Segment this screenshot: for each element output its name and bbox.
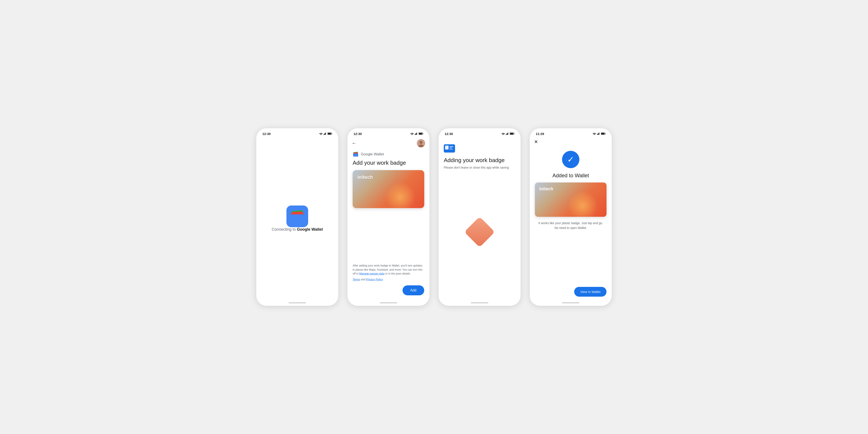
wifi-icon — [319, 132, 323, 135]
svg-rect-1 — [324, 133, 324, 135]
svg-rect-2 — [325, 133, 325, 135]
svg-rect-28 — [514, 133, 514, 134]
battery-icon — [328, 132, 332, 135]
screen4-description: It works like your plastic badge. Just t… — [535, 221, 607, 230]
wallet-icon-svg — [289, 210, 305, 223]
check-icon: ✓ — [567, 155, 574, 164]
home-indicator-1 — [256, 300, 338, 306]
connecting-text: Connecting to Google Wallet — [272, 227, 323, 232]
time-4: 11:29 — [536, 132, 544, 135]
svg-rect-36 — [598, 133, 598, 135]
screen3-content: Adding your work badge Please don't leav… — [439, 137, 521, 300]
wallet-logo-icon — [352, 151, 359, 157]
footer-and: and — [360, 278, 366, 281]
phone-screen-1: 12:30 — [256, 128, 339, 306]
brand-row: Google Wallet — [352, 151, 424, 157]
screen2-topbar: ← — [347, 137, 429, 149]
status-icons-2 — [410, 132, 423, 135]
battery-icon-4 — [601, 132, 606, 135]
screen4-content: ✓ Added to Wallet Initech It works like … — [530, 147, 612, 300]
screen1-center: Connecting to Google Wallet — [256, 137, 338, 300]
wallet-app-icon — [286, 206, 308, 227]
svg-rect-37 — [598, 133, 599, 135]
loading-diamond — [464, 217, 495, 247]
svg-rect-9 — [291, 214, 304, 222]
phone-screen-3: 12:30 Adding your work badge Please don'… — [438, 128, 521, 306]
screen2-footer: After adding your work badge to Wallet, … — [352, 264, 424, 298]
svg-rect-34 — [450, 149, 453, 150]
signal-icon-2 — [415, 132, 418, 135]
svg-rect-38 — [599, 132, 599, 135]
signal-icon-3 — [506, 132, 509, 135]
svg-rect-31 — [445, 146, 448, 150]
signal-icon-4 — [597, 132, 600, 135]
home-indicator-3 — [439, 300, 521, 306]
add-button[interactable]: Add — [403, 285, 424, 295]
loading-diamond-container — [444, 169, 516, 294]
screen2-body: Google Wallet Add your work badge Initec… — [347, 149, 429, 300]
badge-card-2: Initech — [352, 170, 424, 208]
svg-point-18 — [420, 141, 423, 144]
screen3-subtitle: Please don't leave or close this app whi… — [444, 166, 516, 169]
svg-rect-16 — [419, 133, 422, 134]
badge-card-4: Initech — [535, 183, 607, 217]
home-bar-2 — [380, 302, 397, 303]
back-button[interactable]: ← — [352, 141, 356, 146]
svg-rect-40 — [605, 133, 606, 134]
svg-rect-35 — [597, 134, 597, 135]
screen1-content: Connecting to Google Wallet — [256, 137, 338, 300]
status-bar-2: 12:30 — [347, 128, 429, 137]
home-bar-4 — [562, 302, 579, 303]
svg-rect-29 — [510, 133, 513, 134]
svg-rect-0 — [323, 134, 324, 135]
footer-text-part2: or in the pass details. — [384, 272, 411, 275]
svg-rect-11 — [415, 133, 416, 135]
signal-icon — [323, 132, 327, 135]
svg-rect-24 — [506, 133, 507, 135]
screen3-title: Adding your work badge — [444, 157, 516, 164]
manage-passes-link[interactable]: Manage passes data — [359, 272, 384, 275]
connecting-prefix: Connecting to — [272, 227, 297, 231]
screen4-topbar: ✕ — [530, 137, 612, 147]
footer-links-row: Terms and Privacy Policy — [352, 278, 424, 281]
wifi-icon-2 — [410, 132, 414, 135]
svg-rect-33 — [450, 148, 452, 148]
terms-link[interactable]: Terms — [352, 278, 360, 281]
time-2: 12:30 — [353, 132, 362, 135]
home-indicator-2 — [347, 300, 429, 306]
home-indicator-4 — [530, 300, 612, 306]
status-bar-3: 12:30 — [439, 128, 521, 137]
svg-rect-25 — [507, 133, 507, 135]
badge-card-label-4: Initech — [539, 186, 553, 191]
footer-text: After adding your work badge to Wallet, … — [352, 264, 424, 276]
badge-card-label-2: Initech — [358, 175, 373, 180]
battery-icon-3 — [510, 132, 515, 135]
screens-container: 12:30 — [256, 128, 612, 306]
avatar-svg — [417, 139, 425, 147]
view-wallet-button[interactable]: View in Wallet — [574, 287, 607, 297]
svg-rect-32 — [450, 146, 453, 147]
svg-rect-12 — [416, 133, 416, 135]
status-icons-3 — [501, 132, 515, 135]
home-bar-1 — [289, 302, 306, 303]
time-3: 12:30 — [445, 132, 453, 135]
svg-rect-10 — [415, 134, 415, 135]
user-avatar[interactable] — [417, 139, 425, 147]
badge-card-glow-2 — [385, 182, 415, 208]
wifi-icon-3 — [501, 132, 505, 135]
svg-rect-26 — [508, 132, 508, 135]
screen4-footer: View in Wallet — [535, 287, 607, 298]
success-circle: ✓ — [562, 151, 579, 168]
screen4-title: Added to Wallet — [553, 173, 589, 179]
status-bar-1: 12:30 — [256, 128, 338, 137]
svg-rect-5 — [332, 133, 332, 134]
svg-rect-41 — [601, 133, 604, 134]
brand-name-label: Google Wallet — [361, 152, 384, 156]
home-bar-3 — [471, 302, 488, 303]
status-icons-1 — [319, 132, 332, 135]
svg-rect-3 — [326, 132, 326, 135]
screen2-title: Add your work badge — [352, 159, 424, 166]
time-1: 12:30 — [262, 132, 271, 135]
privacy-link[interactable]: Privacy Policy — [366, 278, 383, 281]
close-button[interactable]: ✕ — [534, 139, 538, 145]
